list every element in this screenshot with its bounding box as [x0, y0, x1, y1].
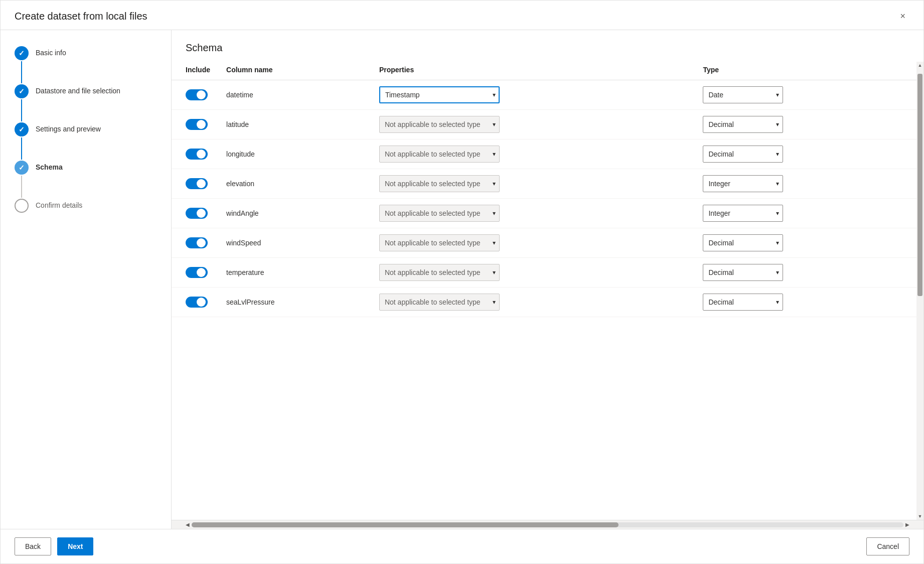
type-select-wrapper-seaLvlPressure: DateDecimalIntegerStringBoolean: [703, 294, 783, 311]
type-select-longitude[interactable]: DateDecimalIntegerStringBoolean: [703, 146, 783, 163]
col-name-temperature: temperature: [218, 258, 371, 288]
step-label-schema: Schema: [36, 161, 63, 173]
property-cell-windAngle: Not applicable to selected type: [371, 199, 695, 228]
type-select-windAngle[interactable]: DateDecimalIntegerStringBoolean: [703, 205, 783, 222]
dialog-header: Create dataset from local files ×: [1, 1, 923, 30]
property-select-longitude[interactable]: Not applicable to selected type: [379, 146, 500, 163]
dialog-footer: Back Next Cancel: [1, 529, 923, 563]
step-label-settings: Settings and preview: [36, 122, 101, 134]
type-select-temperature[interactable]: DateDecimalIntegerStringBoolean: [703, 264, 783, 281]
col-name-seaLvlPressure: seaLvlPressure: [218, 288, 371, 317]
type-select-wrapper-windAngle: DateDecimalIntegerStringBoolean: [703, 205, 783, 222]
step-datastore: ✓ Datastore and file selection: [15, 84, 157, 122]
type-select-wrapper-temperature: DateDecimalIntegerStringBoolean: [703, 264, 783, 281]
dialog-title: Create dataset from local files: [15, 11, 147, 22]
toggle-seaLvlPressure[interactable]: [186, 297, 208, 308]
type-select-latitude[interactable]: DateDecimalIntegerStringBoolean: [703, 116, 783, 133]
toggle-windAngle[interactable]: [186, 208, 208, 219]
property-select-elevation[interactable]: Not applicable to selected type: [379, 175, 500, 192]
vertical-scrollbar[interactable]: ▲ ▼: [916, 62, 923, 520]
col-name-datetime: datetime: [218, 80, 371, 110]
toggle-datetime[interactable]: [186, 89, 208, 100]
step-line-2: [21, 99, 22, 121]
property-select-wrapper-seaLvlPressure: Not applicable to selected type: [379, 294, 500, 311]
col-name-latitude: latitude: [218, 110, 371, 139]
type-select-windSpeed[interactable]: DateDecimalIntegerStringBoolean: [703, 234, 783, 251]
step-circle-confirm: [15, 199, 29, 213]
toggle-latitude[interactable]: [186, 119, 208, 130]
property-select-wrapper-latitude: Not applicable to selected type: [379, 116, 500, 133]
scroll-down-arrow[interactable]: ▼: [916, 513, 923, 520]
table-row: windAngleNot applicable to selected type…: [172, 199, 923, 228]
toggle-windSpeed[interactable]: [186, 237, 208, 248]
close-button[interactable]: ×: [896, 10, 909, 23]
type-select-wrapper-longitude: DateDecimalIntegerStringBoolean: [703, 146, 783, 163]
schema-area: Schema Include Column name Properties Ty…: [172, 30, 923, 529]
toggle-cell-seaLvlPressure: [172, 288, 218, 317]
step-circle-basic-info: ✓: [15, 46, 29, 60]
property-select-datetime[interactable]: Timestamp: [379, 86, 500, 103]
toggle-elevation[interactable]: [186, 178, 208, 189]
col-name-windSpeed: windSpeed: [218, 228, 371, 258]
table-row: datetimeTimestampDateDecimalIntegerStrin…: [172, 80, 923, 110]
property-select-seaLvlPressure[interactable]: Not applicable to selected type: [379, 294, 500, 311]
dialog-body: ✓ Basic info ✓ Datastore and file select…: [1, 30, 923, 529]
property-select-wrapper-elevation: Not applicable to selected type: [379, 175, 500, 192]
table-wrapper: Include Column name Properties Type date…: [172, 62, 923, 520]
type-cell-windSpeed: DateDecimalIntegerStringBoolean: [695, 228, 923, 258]
step-circle-settings: ✓: [15, 122, 29, 136]
main-content: Schema Include Column name Properties Ty…: [171, 30, 923, 529]
type-select-datetime[interactable]: DateDecimalIntegerStringBoolean: [703, 86, 783, 103]
col-name-windAngle: windAngle: [218, 199, 371, 228]
col-name-longitude: longitude: [218, 139, 371, 169]
table-row: longitudeNot applicable to selected type…: [172, 139, 923, 169]
toggle-longitude[interactable]: [186, 149, 208, 160]
h-scroll-left-arrow[interactable]: ◀: [186, 522, 190, 527]
step-circle-datastore: ✓: [15, 84, 29, 98]
type-select-elevation[interactable]: DateDecimalIntegerStringBoolean: [703, 175, 783, 192]
toggle-cell-elevation: [172, 169, 218, 199]
step-line-3: [21, 137, 22, 160]
type-cell-latitude: DateDecimalIntegerStringBoolean: [695, 110, 923, 139]
toggle-temperature[interactable]: [186, 267, 208, 278]
col-header-properties: Properties: [371, 62, 695, 80]
back-button[interactable]: Back: [15, 537, 51, 555]
step-line-1: [21, 61, 22, 83]
scroll-up-arrow[interactable]: ▲: [916, 62, 923, 69]
table-row: temperatureNot applicable to selected ty…: [172, 258, 923, 288]
table-row: latitudeNot applicable to selected typeD…: [172, 110, 923, 139]
step-schema: ✓ Schema: [15, 161, 157, 199]
property-select-windAngle[interactable]: Not applicable to selected type: [379, 205, 500, 222]
property-select-windSpeed[interactable]: Not applicable to selected type: [379, 234, 500, 251]
property-cell-windSpeed: Not applicable to selected type: [371, 228, 695, 258]
property-select-wrapper-longitude: Not applicable to selected type: [379, 146, 500, 163]
property-cell-latitude: Not applicable to selected type: [371, 110, 695, 139]
step-label-datastore: Datastore and file selection: [36, 84, 120, 96]
property-select-wrapper-datetime: Timestamp: [379, 86, 500, 103]
h-scroll-right-arrow[interactable]: ▶: [905, 522, 909, 527]
scroll-thumb[interactable]: [917, 74, 922, 296]
property-cell-elevation: Not applicable to selected type: [371, 169, 695, 199]
schema-table: Include Column name Properties Type date…: [172, 62, 923, 317]
property-cell-datetime: Timestamp: [371, 80, 695, 110]
step-label-confirm: Confirm details: [36, 199, 82, 211]
type-cell-seaLvlPressure: DateDecimalIntegerStringBoolean: [695, 288, 923, 317]
sidebar: ✓ Basic info ✓ Datastore and file select…: [1, 30, 171, 529]
table-header-row: Include Column name Properties Type: [172, 62, 923, 80]
property-select-temperature[interactable]: Not applicable to selected type: [379, 264, 500, 281]
step-line-4: [21, 176, 22, 198]
toggle-cell-latitude: [172, 110, 218, 139]
schema-title: Schema: [172, 42, 923, 62]
type-select-seaLvlPressure[interactable]: DateDecimalIntegerStringBoolean: [703, 294, 783, 311]
cancel-button[interactable]: Cancel: [866, 537, 909, 555]
next-button[interactable]: Next: [57, 537, 93, 555]
toggle-cell-temperature: [172, 258, 218, 288]
h-scroll-thumb[interactable]: [192, 522, 619, 527]
type-select-wrapper-datetime: DateDecimalIntegerStringBoolean: [703, 86, 783, 103]
property-select-wrapper-windAngle: Not applicable to selected type: [379, 205, 500, 222]
type-cell-datetime: DateDecimalIntegerStringBoolean: [695, 80, 923, 110]
horizontal-scrollbar-area: ◀ ▶: [172, 520, 923, 529]
property-select-latitude[interactable]: Not applicable to selected type: [379, 116, 500, 133]
col-header-type: Type: [695, 62, 923, 80]
col-header-column-name: Column name: [218, 62, 371, 80]
